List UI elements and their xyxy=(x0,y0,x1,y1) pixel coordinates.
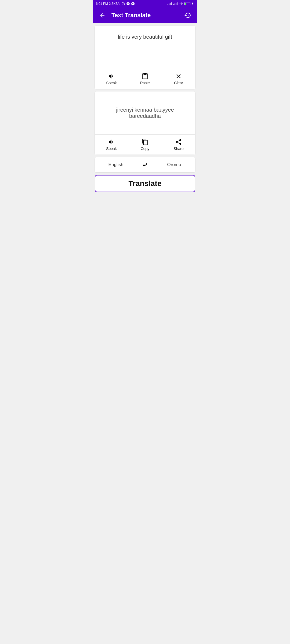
svg-text:P: P xyxy=(127,3,129,5)
input-text-area[interactable] xyxy=(95,26,195,69)
translate-btn-container: Translate xyxy=(95,175,195,192)
status-network: 2.3KB/s xyxy=(109,2,120,6)
battery-icon xyxy=(184,2,190,5)
swap-language-button[interactable] xyxy=(137,157,153,172)
clear-button[interactable]: Clear xyxy=(162,69,195,89)
target-language-button[interactable]: Oromo xyxy=(153,157,195,172)
svg-text:P: P xyxy=(132,3,133,5)
main-content: Speak Paste Clear jireenyi kennaa baayye… xyxy=(93,23,197,231)
translate-button[interactable]: Translate xyxy=(95,175,195,192)
paste-button[interactable]: Paste xyxy=(128,69,162,89)
status-right xyxy=(168,2,194,6)
clear-label: Clear xyxy=(174,81,183,85)
speak-input-label: Speak xyxy=(106,81,117,85)
signal-bars-2 xyxy=(173,2,177,5)
source-language-label: English xyxy=(108,162,124,167)
target-language-label: Oromo xyxy=(167,162,181,167)
p2-icon: P xyxy=(131,2,135,6)
share-icon xyxy=(175,138,182,145)
clear-icon xyxy=(175,73,182,80)
paste-label: Paste xyxy=(140,81,150,85)
signal-bars-1 xyxy=(168,2,172,5)
copy-label: Copy xyxy=(141,147,150,151)
status-left: 6:01 PM 2.3KB/s P P xyxy=(96,2,135,6)
copy-button[interactable]: Copy xyxy=(128,135,162,155)
output-panel: jireenyi kennaa baayyee bareedaadha Spea… xyxy=(95,92,195,155)
output-text-area: jireenyi kennaa baayyee bareedaadha xyxy=(95,92,195,134)
speak-output-icon xyxy=(108,138,115,145)
app-bar-left: Text Translate xyxy=(97,10,151,21)
back-button[interactable] xyxy=(97,10,108,21)
charging-icon xyxy=(191,2,194,6)
app-bar: Text Translate xyxy=(93,8,197,23)
translate-button-label: Translate xyxy=(129,179,162,188)
speak-output-button[interactable]: Speak xyxy=(95,135,128,155)
history-button[interactable] xyxy=(182,10,193,21)
status-bar: 6:01 PM 2.3KB/s P P xyxy=(93,0,197,8)
speak-input-icon xyxy=(108,73,115,80)
output-action-row: Speak Copy Share xyxy=(95,134,195,155)
alarm-icon xyxy=(121,2,125,6)
share-button[interactable]: Share xyxy=(162,135,195,155)
wifi-icon xyxy=(179,2,183,6)
source-language-button[interactable]: English xyxy=(95,157,137,172)
copy-icon xyxy=(142,138,148,145)
share-label: Share xyxy=(173,147,183,151)
speak-output-label: Speak xyxy=(106,147,117,151)
status-time: 6:01 PM xyxy=(96,2,108,6)
swap-icon xyxy=(141,162,149,168)
language-bar: English Oromo xyxy=(95,157,195,172)
app-bar-title: Text Translate xyxy=(111,12,151,19)
output-text: jireenyi kennaa baayyee bareedaadha xyxy=(100,107,190,119)
input-action-row: Speak Paste Clear xyxy=(95,69,195,89)
p-icon: P xyxy=(126,2,130,6)
speak-input-button[interactable]: Speak xyxy=(95,69,128,89)
paste-icon xyxy=(142,73,148,80)
input-panel: Speak Paste Clear xyxy=(95,26,195,89)
